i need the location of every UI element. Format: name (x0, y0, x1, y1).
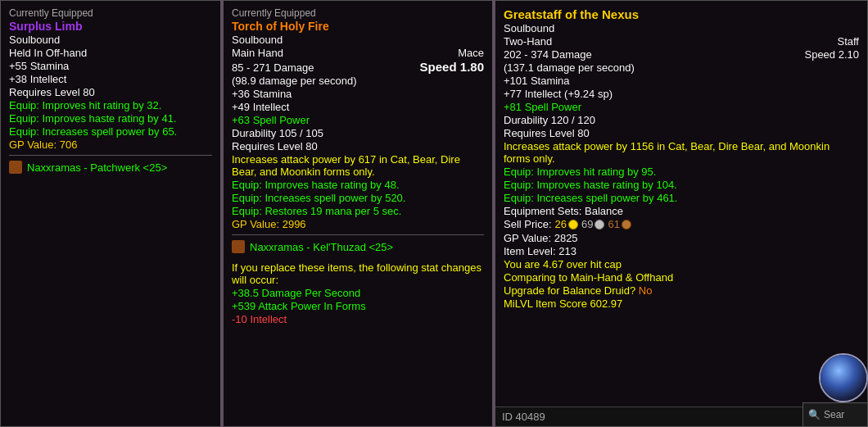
right-sell-copper: 61 (608, 218, 631, 230)
replace-change3: -10 Intellect (232, 313, 484, 325)
middle-damage: 85 - 271 Damage (232, 61, 314, 74)
right-damage: 202 - 374 Damage (504, 48, 592, 61)
middle-tooltip-panel: Currently Equipped Torch of Holy Fire So… (223, 0, 493, 427)
left-stamina: +55 Stamina (9, 60, 212, 72)
right-stamina: +101 Stamina (504, 75, 859, 87)
right-equip1: Equip: Improves hit rating by 95. (504, 166, 859, 178)
left-req-level: Requires Level 80 (9, 86, 212, 98)
right-sell-price-row: Sell Price: 26 69 61 (504, 218, 859, 230)
left-equip3: Equip: Increases spell power by 65. (9, 125, 212, 138)
right-req-level: Requires Level 80 (504, 127, 859, 139)
right-equip-sets: Equipment Sets: Balance (504, 205, 859, 217)
middle-spell-power: +63 Spell Power (232, 114, 484, 126)
replace-change1: +38.5 Damage Per Second (232, 287, 484, 299)
replace-header: If you replace these items, the followin… (232, 261, 484, 286)
middle-type: Mace (458, 47, 484, 59)
middle-source-text: Naxxramas - Kel'Thuzad <25> (250, 241, 393, 253)
middle-intellect: +49 Intellect (232, 101, 484, 113)
search-text: Sear (824, 409, 844, 420)
left-equip2: Equip: Improves haste rating by 41. (9, 112, 212, 125)
middle-speed: Speed 1.80 (420, 60, 484, 74)
middle-slot: Main Hand (232, 47, 283, 59)
middle-item-name: Torch of Holy Fire (232, 20, 484, 33)
right-upgrade: Upgrade for Balance Druid? No (504, 284, 859, 297)
right-item-name: Greatstaff of the Nexus (504, 7, 859, 21)
left-intellect: +38 Intellect (9, 73, 212, 85)
right-item-level: Item Level: 213 (504, 245, 859, 257)
right-hit-cap: You are 4.67 over hit cap (504, 258, 859, 270)
right-speed: Speed 2.10 (804, 48, 859, 61)
gold-coin-icon (568, 220, 578, 229)
middle-equip3: Equip: Restores 19 mana per 5 sec. (232, 205, 484, 217)
middle-dps: (98.9 damage per second) (232, 75, 484, 87)
middle-equip1: Equip: Improves haste rating by 48. (232, 179, 484, 191)
middle-equip2: Equip: Increases spell power by 520. (232, 192, 484, 204)
middle-soulbound: Soulbound (232, 34, 484, 46)
left-tooltip-panel: Currently Equipped Surplus Limb Soulboun… (0, 0, 221, 427)
right-equip2: Equip: Improves haste rating by 104. (504, 179, 859, 191)
search-icon: 🔍 (808, 409, 821, 420)
right-type: Staff (837, 35, 859, 48)
middle-stamina: +36 Stamina (232, 88, 484, 100)
avatar (819, 353, 868, 402)
avatar-inner (821, 355, 866, 401)
right-gp-value: GP Value: 2825 (504, 232, 859, 244)
right-intellect: +77 Intellect (+9.24 sp) (504, 88, 859, 100)
middle-cat-bear: Increases attack power by 617 in Cat, Be… (232, 153, 484, 178)
search-bar[interactable]: 🔍 Sear (802, 402, 868, 427)
right-dps: (137.1 damage per second) (504, 61, 859, 74)
copper-coin-icon (622, 220, 631, 229)
left-soulbound: Soulbound (9, 34, 212, 46)
right-tooltip-panel: Greatstaff of the Nexus Soulbound Two-Ha… (495, 0, 868, 427)
middle-source-icon (232, 240, 245, 253)
middle-damage-speed: 85 - 271 Damage Speed 1.80 (232, 60, 484, 74)
middle-currently-equipped: Currently Equipped (232, 7, 484, 19)
left-equip1: Equip: Improves hit rating by 32. (9, 99, 212, 111)
right-slot: Two-Hand (504, 35, 552, 48)
right-cat-bear: Increases attack power by 1156 in Cat, B… (504, 140, 859, 165)
middle-gp-value: GP Value: 2996 (232, 218, 484, 230)
left-source: Naxxramas - Patchwerk <25> (9, 161, 212, 174)
left-currently-equipped: Currently Equipped (9, 7, 212, 19)
left-item-name: Surplus Limb (9, 20, 212, 33)
middle-req-level: Requires Level 80 (232, 140, 484, 152)
right-item-id: ID 40489 (502, 411, 545, 423)
right-durability: Durability 120 / 120 (504, 114, 859, 126)
right-damage-speed: 202 - 374 Damage Speed 2.10 (504, 48, 859, 61)
right-upgrade-value: No (639, 284, 653, 297)
right-comparing: Comparing to Main-Hand & Offhand (504, 271, 859, 284)
left-gp-value: GP Value: 706 (9, 139, 212, 151)
right-sell-silver: 69 (581, 218, 604, 230)
right-equip3: Equip: Increases spell power by 461. (504, 192, 859, 204)
left-source-text: Naxxramas - Patchwerk <25> (27, 161, 167, 174)
right-soulbound: Soulbound (504, 22, 859, 34)
left-source-icon (9, 161, 22, 174)
left-divider (9, 155, 212, 156)
right-sell-gold: 26 (555, 218, 578, 230)
left-slot: Held In Off-hand (9, 47, 212, 59)
middle-slot-type: Main Hand Mace (232, 47, 484, 59)
right-sell-price-label: Sell Price: (504, 218, 552, 230)
silver-coin-icon (594, 220, 604, 229)
middle-source: Naxxramas - Kel'Thuzad <25> (232, 240, 484, 253)
middle-divider (232, 234, 484, 235)
right-spell-power: +81 Spell Power (504, 101, 859, 113)
middle-durability: Durability 105 / 105 (232, 127, 484, 139)
replace-change2: +539 Attack Power In Forms (232, 300, 484, 312)
right-milvl: MiLVL Item Score 602.97 (504, 298, 859, 310)
right-slot-type: Two-Hand Staff (504, 35, 859, 48)
